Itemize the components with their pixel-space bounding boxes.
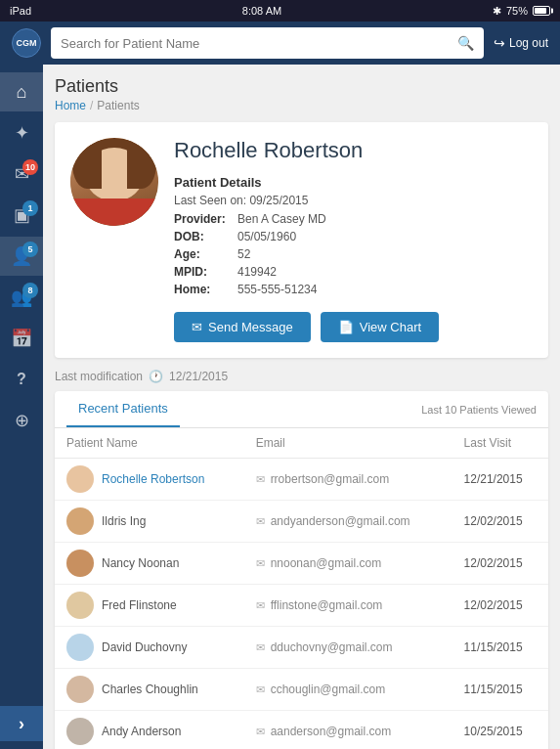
puzzle-icon: ✦: [15, 122, 29, 144]
sidebar-item-image[interactable]: ▣ 1: [0, 196, 43, 235]
table-row: Andy Anderson✉aanderson@gmail.com10/25/2…: [55, 711, 548, 750]
col-email: Email: [244, 428, 452, 459]
patient-name-text: Fred Flinstone: [102, 598, 177, 612]
sidebar-expand-button[interactable]: ›: [0, 706, 43, 741]
sidebar-item-calendar[interactable]: 📅: [0, 319, 43, 358]
email-icon: ✉: [256, 557, 265, 570]
patient-name-link[interactable]: Rochelle Robertson: [102, 472, 204, 486]
sidebar-item-mail[interactable]: ✉ 10: [0, 154, 43, 194]
col-name: Patient Name: [55, 428, 244, 459]
patient-name-cell: David Duchovny: [55, 627, 244, 669]
email-icon: ✉: [256, 726, 265, 738]
home-row: Home: 555-555-51234: [174, 281, 326, 298]
patient-email-cell: ✉aanderson@gmail.com: [244, 711, 452, 750]
patient-name-cell: Charles Choughlin: [55, 669, 244, 711]
breadcrumb-home[interactable]: Home: [55, 99, 86, 112]
sidebar: ⌂ ✦ ✉ 10 ▣ 1 👤 5 👥 8 📅: [0, 65, 43, 749]
email-cell: ✉rrobertson@gmail.com: [256, 472, 441, 486]
provider-value: Ben A Casey MD: [237, 210, 326, 228]
patient-last-visit: 12/02/2015: [452, 501, 548, 543]
table-header: Patient Name Email Last Visit: [55, 428, 548, 459]
search-container[interactable]: 🔍: [51, 27, 484, 59]
tab-recent-patients[interactable]: Recent Patients: [66, 391, 180, 427]
patient-last-visit: 12/02/2015: [452, 543, 548, 585]
sidebar-item-globe[interactable]: ⊕: [0, 401, 43, 440]
status-right: ✱ 75%: [493, 5, 550, 18]
tab-header: Recent Patients Last 10 Patients Viewed: [55, 391, 548, 428]
patient-email-cell: ✉andyanderson@gmail.com: [244, 501, 452, 543]
sidebar-item-home[interactable]: ⌂: [0, 72, 43, 111]
message-icon: ✉: [192, 320, 202, 334]
page-title: Patients: [55, 76, 548, 97]
table-row: Rochelle Robertson✉rrobertson@gmail.com1…: [55, 459, 548, 501]
row-avatar: [66, 465, 94, 493]
patient-email-cell: ✉nnoonan@gmail.com: [244, 543, 452, 585]
image-badge: 1: [22, 200, 38, 216]
mpid-value: 419942: [237, 263, 326, 281]
email-cell: ✉cchouglin@gmail.com: [256, 683, 441, 696]
tab-right-label: Last 10 Patients Viewed: [421, 404, 537, 416]
patient-last-visit: 11/15/2015: [452, 627, 548, 669]
patients-table: Patient Name Email Last Visit Rochelle R…: [55, 428, 548, 749]
last-mod-label: Last modification: [55, 370, 143, 383]
patient-name-cell: Fred Flinstone: [55, 585, 244, 627]
patient-name-cell: Rochelle Robertson: [55, 459, 244, 501]
last-mod-date: 12/21/2015: [169, 370, 228, 383]
sidebar-item-help[interactable]: ?: [0, 360, 43, 399]
provider-label: Provider:: [174, 210, 237, 228]
email-cell: ✉nnoonan@gmail.com: [256, 556, 441, 570]
sidebar-bottom: ›: [0, 706, 43, 741]
email-text: cchouglin@gmail.com: [271, 683, 386, 696]
dob-row: DOB: 05/05/1960: [174, 228, 326, 245]
patient-name-text: Ildris Ing: [102, 514, 146, 528]
email-text: andyanderson@gmail.com: [271, 514, 410, 528]
bluetooth-icon: ✱: [493, 5, 501, 18]
table-row: Charles Choughlin✉cchouglin@gmail.com11/…: [55, 669, 548, 711]
search-input[interactable]: [61, 36, 452, 51]
expand-icon: ›: [19, 714, 24, 734]
patient-email-cell: ✉rrobertson@gmail.com: [244, 459, 452, 501]
view-chart-button[interactable]: 📄 View Chart: [321, 312, 439, 342]
status-bar: iPad 8:08 AM ✱ 75%: [0, 0, 560, 22]
status-time: 8:08 AM: [242, 5, 281, 17]
search-icon: 🔍: [457, 35, 474, 51]
logout-button[interactable]: ↪ Log out: [494, 35, 548, 51]
group-badge: 8: [22, 283, 38, 298]
patients-badge: 5: [22, 242, 38, 257]
patient-email-cell: ✉dduchovny@gmail.com: [244, 627, 452, 669]
send-message-button[interactable]: ✉ Send Message: [174, 312, 311, 342]
sidebar-item-patients[interactable]: 👤 5: [0, 237, 43, 276]
patient-name-text: David Duchovny: [102, 640, 187, 654]
email-text: nnoonan@gmail.com: [271, 556, 382, 570]
email-text: fflinstone@gmail.com: [271, 598, 383, 612]
row-avatar: [66, 718, 94, 745]
patient-name-text: Charles Choughlin: [102, 683, 198, 696]
sidebar-item-group[interactable]: 👥 8: [0, 278, 43, 317]
email-cell: ✉aanderson@gmail.com: [256, 725, 441, 738]
patient-last-visit: 12/02/2015: [452, 585, 548, 627]
email-icon: ✉: [256, 641, 265, 654]
email-text: dduchovny@gmail.com: [271, 640, 393, 654]
age-label: Age:: [174, 245, 237, 263]
sidebar-item-puzzle[interactable]: ✦: [0, 113, 43, 153]
patient-actions: ✉ Send Message 📄 View Chart: [174, 312, 533, 342]
logout-icon: ↪: [494, 35, 505, 51]
breadcrumb-separator: /: [90, 99, 93, 112]
logo: CGM: [12, 28, 41, 58]
age-value: 52: [237, 245, 326, 263]
device-name: iPad: [10, 5, 31, 17]
patient-last-visit: 12/21/2015: [452, 459, 548, 501]
page-content: Patients Home / Patients: [43, 65, 560, 749]
last-seen: Last Seen on: 09/25/2015: [174, 194, 533, 207]
patient-name-cell: Andy Anderson: [55, 711, 244, 750]
chart-icon: 📄: [338, 320, 354, 334]
row-avatar: [66, 550, 94, 577]
patient-email-cell: ✉fflinstone@gmail.com: [244, 585, 452, 627]
details-title: Patient Details: [174, 175, 533, 190]
globe-icon: ⊕: [15, 410, 29, 431]
top-bar: CGM 🔍 ↪ Log out: [0, 22, 560, 65]
battery-icon: [533, 6, 550, 16]
main-content: ⌂ ✦ ✉ 10 ▣ 1 👤 5 👥 8 📅: [0, 65, 560, 749]
home-value: 555-555-51234: [237, 281, 326, 298]
patient-name-text: Nancy Noonan: [102, 556, 179, 570]
